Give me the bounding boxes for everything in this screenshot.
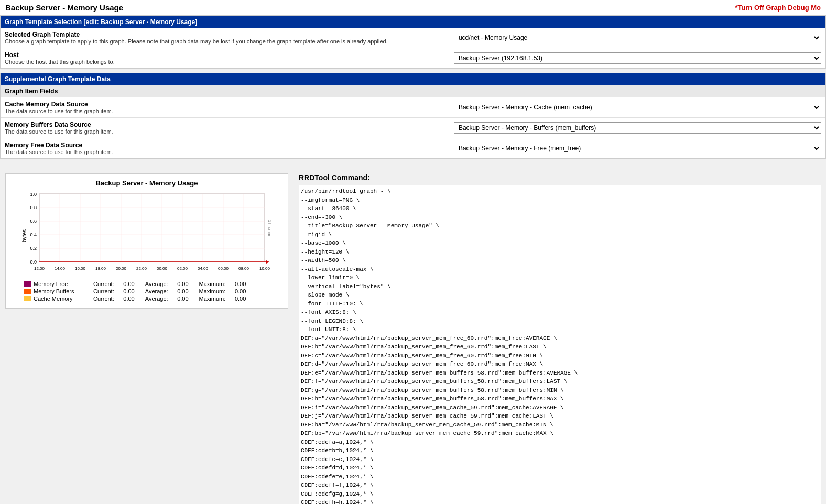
graph-container: Backup Server - Memory Usage bytes: [5, 173, 288, 309]
y-axis-label: bytes: [21, 229, 27, 242]
selected-template-select[interactable]: ucd/net - Memory Usage: [454, 32, 821, 43]
x-tick-5: 22:00: [136, 266, 147, 271]
graph-template-header: Graph Template Selection [edit: Backup S…: [1, 16, 825, 28]
x-tick-6: 00:00: [157, 266, 168, 271]
host-title: Host: [5, 51, 454, 59]
y-tick-06: 0.6: [30, 218, 37, 224]
cache-memory-select[interactable]: Backup Server - Memory - Cache (mem_cach…: [454, 102, 821, 113]
left-panel: Backup Server - Memory Usage bytes: [5, 168, 288, 504]
selected-template-row: Selected Graph Template Choose a graph t…: [1, 28, 825, 48]
cache-memory-desc: The data source to use for this graph it…: [5, 108, 454, 114]
supplemental-header: Supplemental Graph Template Data: [1, 73, 825, 85]
memory-free-control: Backup Server - Memory - Free (mem_free): [454, 143, 821, 154]
x-tick-10: 08:00: [238, 266, 249, 271]
memory-buffers-label-group: Memory Buffers Data Source The data sour…: [5, 121, 454, 135]
y-tick-0: 0.0: [30, 259, 37, 265]
debug-link[interactable]: *Turn Off Graph Debug Mo: [735, 4, 821, 12]
memory-free-row: Memory Free Data Source The data source …: [1, 138, 825, 158]
x-tick-3: 18:00: [95, 266, 106, 271]
cache-memory-control: Backup Server - Memory - Cache (mem_cach…: [454, 102, 821, 113]
page-title: Backup Server - Memory Usage: [5, 3, 123, 12]
host-label-group: Host Choose the host that this graph bel…: [5, 51, 454, 65]
legend-name-cache-memory: Cache Memory: [34, 295, 91, 302]
memory-free-select-wrapper: Backup Server - Memory - Free (mem_free): [454, 143, 821, 154]
legend-maximum-label-1: Maximum:: [199, 288, 226, 294]
graph-template-section: Graph Template Selection [edit: Backup S…: [0, 16, 826, 69]
legend-current-0: 0.00: [116, 281, 135, 287]
legend-average-label-0: Average:: [145, 281, 168, 287]
svg-rect-0: [39, 194, 265, 262]
x-tick-8: 04:00: [198, 266, 209, 271]
rrd-section: RRDTool Command: /usr/bin/rrdtool graph …: [299, 173, 821, 504]
right-panel: RRDTool Command: /usr/bin/rrdtool graph …: [299, 168, 821, 504]
legend-color-memory-free: [24, 281, 31, 287]
cache-memory-title: Cache Memory Data Source: [5, 101, 454, 108]
page-title-bar: Backup Server - Memory Usage *Turn Off G…: [0, 0, 826, 16]
selected-template-select-wrapper: ucd/net - Memory Usage: [454, 32, 821, 43]
selected-template-control: ucd/net - Memory Usage: [454, 32, 821, 43]
legend-item-memory-buffers: Memory Buffers Current: 0.00 Average: 0.…: [19, 288, 282, 294]
x-tick-11: 10:00: [259, 266, 270, 271]
x-tick-7: 02:00: [177, 266, 188, 271]
memory-buffers-control: Backup Server - Memory - Buffers (mem_bu…: [454, 122, 821, 134]
supplemental-section: Supplemental Graph Template Data Graph I…: [0, 73, 826, 159]
legend-color-memory-buffers: [24, 289, 31, 294]
memory-buffers-row: Memory Buffers Data Source The data sour…: [1, 118, 825, 138]
graph-legend: Memory Free Current: 0.00 Average: 0.00 …: [11, 281, 282, 302]
x-tick-1: 14:00: [55, 266, 66, 271]
host-row: Host Choose the host that this graph bel…: [1, 48, 825, 68]
host-select[interactable]: Backup Server (192.168.1.53): [454, 52, 821, 64]
x-tick-2: 16:00: [75, 266, 86, 271]
cache-memory-select-wrapper: Backup Server - Memory - Cache (mem_cach…: [454, 102, 821, 113]
legend-maximum-label-0: Maximum:: [199, 281, 226, 287]
legend-current-label-0: Current:: [93, 281, 114, 287]
legend-current-1: 0.00: [116, 288, 135, 294]
memory-buffers-desc: The data source to use for this graph it…: [5, 128, 454, 135]
memory-buffers-select-wrapper: Backup Server - Memory - Buffers (mem_bu…: [454, 122, 821, 134]
legend-name-memory-free: Memory Free: [34, 281, 91, 287]
legend-average-label-2: Average:: [145, 295, 168, 302]
memory-buffers-select[interactable]: Backup Server - Memory - Buffers (mem_bu…: [454, 122, 821, 134]
legend-average-0: 0.00: [170, 281, 189, 287]
graph-title: Backup Server - Memory Usage: [11, 179, 282, 187]
cache-memory-row: Cache Memory Data Source The data source…: [1, 97, 825, 118]
host-select-wrapper: Backup Server (192.168.1.53): [454, 52, 821, 64]
legend-maximum-2: 0.00: [227, 295, 246, 302]
legend-maximum-1: 0.00: [227, 288, 246, 294]
x-tick-4: 20:00: [116, 266, 127, 271]
memory-free-select[interactable]: Backup Server - Memory - Free (mem_free): [454, 143, 821, 154]
rrd-command-title: RRDTool Command:: [299, 173, 821, 182]
x-tick-0: 12:00: [34, 266, 45, 271]
y-tick-02: 0.2: [30, 246, 37, 251]
legend-name-memory-buffers: Memory Buffers: [34, 288, 91, 294]
selected-template-desc: Choose a graph template to apply to this…: [5, 38, 454, 45]
rrd-command-text: /usr/bin/rrdtool graph - \ --imgformat=P…: [299, 185, 821, 504]
legend-maximum-label-2: Maximum:: [199, 295, 226, 302]
x-tick-9: 06:00: [218, 266, 229, 271]
graph-item-fields-header: Graph Item Fields: [1, 85, 825, 97]
legend-current-label-2: Current:: [93, 295, 114, 302]
memory-buffers-title: Memory Buffers Data Source: [5, 121, 454, 128]
legend-average-2: 0.00: [170, 295, 189, 302]
legend-maximum-0: 0.00: [227, 281, 246, 287]
selected-template-label-group: Selected Graph Template Choose a graph t…: [5, 31, 454, 45]
cache-memory-label-group: Cache Memory Data Source The data source…: [5, 101, 454, 114]
legend-current-label-1: Current:: [93, 288, 114, 294]
legend-color-cache-memory: [24, 296, 31, 301]
legend-item-cache-memory: Cache Memory Current: 0.00 Average: 0.00…: [19, 295, 282, 302]
legend-average-1: 0.00: [170, 288, 189, 294]
y-tick-04: 0.4: [30, 232, 37, 237]
memory-free-title: Memory Free Data Source: [5, 141, 454, 149]
selected-template-title: Selected Graph Template: [5, 31, 454, 38]
y-tick-10: 1.0: [30, 192, 37, 197]
y-tick-08: 0.8: [30, 205, 37, 210]
graph-svg: bytes: [21, 191, 273, 278]
right-label: 1 hh:mm: [267, 220, 272, 236]
main-content: Backup Server - Memory Usage bytes: [0, 163, 826, 504]
memory-free-label-group: Memory Free Data Source The data source …: [5, 141, 454, 155]
svg-marker-20: [266, 260, 269, 264]
host-control: Backup Server (192.168.1.53): [454, 52, 821, 64]
legend-item-memory-free: Memory Free Current: 0.00 Average: 0.00 …: [19, 281, 282, 287]
legend-average-label-1: Average:: [145, 288, 168, 294]
memory-free-desc: The data source to use for this graph it…: [5, 149, 454, 155]
